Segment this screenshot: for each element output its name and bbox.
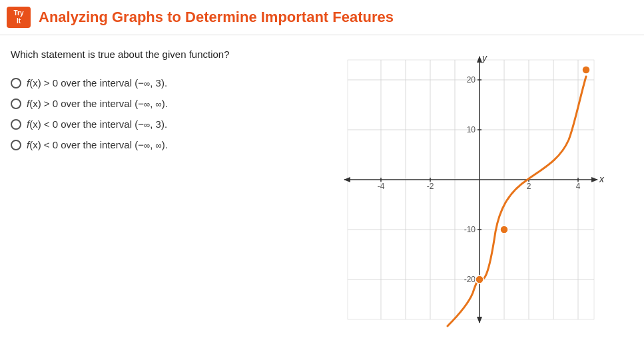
page-title: Analyzing Graphs to Determine Important … xyxy=(39,9,394,26)
graph-container: x y -4 -2 2 4 20 xyxy=(328,53,607,333)
graph-svg: x y -4 -2 2 4 20 xyxy=(328,53,607,333)
try-it-badge: Try It xyxy=(7,7,31,28)
option-label-1: f(x) > 0 over the interval (−∞, 3). xyxy=(27,77,167,88)
option-label-4: f(x) < 0 over the interval (−∞, ∞). xyxy=(27,139,168,150)
question-text: Which statement is true about the given … xyxy=(11,49,290,60)
svg-marker-16 xyxy=(477,317,482,323)
right-panel: x y -4 -2 2 4 20 xyxy=(304,49,631,337)
y-axis-label: y xyxy=(482,53,487,63)
left-panel: Which statement is true about the given … xyxy=(11,49,290,337)
x-axis-label: x xyxy=(599,174,605,184)
option-item-1[interactable]: f(x) > 0 over the interval (−∞, 3). xyxy=(11,77,290,88)
page-header: Try It Analyzing Graphs to Determine Imp… xyxy=(0,0,644,35)
y-tick-20: 20 xyxy=(466,75,476,85)
radio-4[interactable] xyxy=(11,140,21,150)
point-4-22 xyxy=(582,66,590,74)
x-tick-neg2: -2 xyxy=(426,182,434,191)
point-0-neg20 xyxy=(476,275,483,283)
option-label-2: f(x) > 0 over the interval (−∞, ∞). xyxy=(27,98,168,109)
options-list: f(x) > 0 over the interval (−∞, 3). f(x)… xyxy=(11,77,290,150)
option-item-3[interactable]: f(x) < 0 over the interval (−∞, 3). xyxy=(11,118,290,130)
option-item-4[interactable]: f(x) < 0 over the interval (−∞, ∞). xyxy=(11,139,290,150)
y-tick-neg10: -10 xyxy=(464,225,476,234)
y-tick-neg20: -20 xyxy=(464,275,476,284)
point-1-neg10 xyxy=(500,226,508,234)
option-item-2[interactable]: f(x) > 0 over the interval (−∞, ∞). xyxy=(11,98,290,109)
x-tick-neg4: -4 xyxy=(377,182,384,191)
radio-2[interactable] xyxy=(11,98,21,109)
x-tick-4: 4 xyxy=(575,182,580,191)
radio-1[interactable] xyxy=(11,78,21,88)
main-content: Which statement is true about the given … xyxy=(0,35,644,350)
y-tick-10: 10 xyxy=(466,125,476,134)
svg-marker-15 xyxy=(477,56,482,63)
x-tick-2: 2 xyxy=(526,182,531,191)
option-label-3: f(x) < 0 over the interval (−∞, 3). xyxy=(27,118,167,130)
svg-marker-18 xyxy=(344,177,350,182)
radio-3[interactable] xyxy=(11,119,21,130)
svg-marker-17 xyxy=(591,177,598,182)
